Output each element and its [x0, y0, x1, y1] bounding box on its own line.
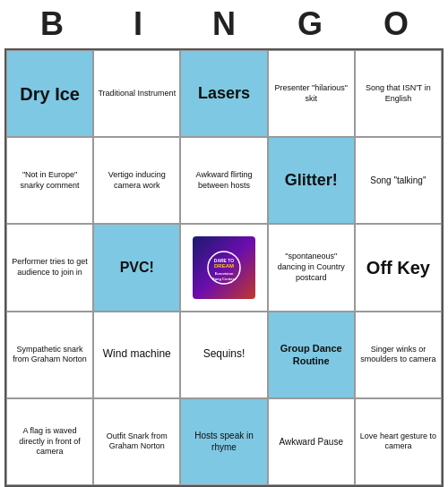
cell-r2-c0[interactable]: Performer tries to get audience to join … [6, 224, 93, 311]
cell-r3-c2[interactable]: Sequins! [180, 312, 267, 398]
cell-r0-c2[interactable]: Lasers [180, 50, 267, 137]
cell-r4-c2[interactable]: Hosts speak in rhyme [180, 398, 267, 485]
cell-r2-c3[interactable]: "spontaneous" dancing in Country postcar… [268, 224, 355, 311]
svg-text:Song Contest: Song Contest [212, 277, 237, 281]
cell-r2-c1[interactable]: PVC! [93, 224, 180, 311]
letter-g: G [274, 5, 346, 43]
cell-r4-c3[interactable]: Awkward Pause [268, 398, 355, 485]
cell-r0-c1[interactable]: Traditional Instrument [93, 50, 180, 137]
svg-text:DREAM: DREAM [214, 263, 234, 269]
cell-r1-c0[interactable]: "Not in Europe" snarky comment [6, 137, 93, 224]
svg-text:Eurovision: Eurovision [215, 271, 234, 276]
cell-r3-c3[interactable]: Group Dance Routine [268, 312, 355, 398]
cell-r1-c2[interactable]: Awkward flirting between hosts [180, 137, 267, 224]
letter-i: I [102, 5, 174, 43]
cell-r1-c4[interactable]: Song "talking" [355, 137, 442, 224]
cell-r3-c4[interactable]: Singer winks or smoulders to camera [355, 312, 442, 398]
letter-b: B [16, 5, 88, 43]
cell-r1-c1[interactable]: Vertigo inducing camera work [93, 137, 180, 224]
eurovision-logo: DARE TO DREAM Eurovision Song Contest [193, 236, 255, 299]
cell-r2-c4[interactable]: Off Key [355, 224, 442, 311]
cell-r0-c3[interactable]: Presenter "hilarious" skit [268, 50, 355, 137]
cell-r4-c0[interactable]: A flag is waved directly in front of cam… [6, 398, 93, 485]
cell-r4-c1[interactable]: Outfit Snark from Graham Norton [93, 398, 180, 485]
bingo-title-row: B I N G O [0, 0, 448, 48]
letter-n: N [188, 5, 260, 43]
cell-r4-c4[interactable]: Love heart gesture to camera [355, 398, 442, 485]
cell-r0-c4[interactable]: Song that ISN'T in English [355, 50, 442, 137]
cell-r1-c3[interactable]: Glitter! [268, 137, 355, 224]
letter-o: O [360, 5, 432, 43]
cell-r0-c0[interactable]: Dry Ice [6, 50, 93, 137]
bingo-grid: Dry IceTraditional InstrumentLasersPrese… [4, 48, 444, 487]
cell-r3-c1[interactable]: Wind machine [93, 312, 180, 398]
cell-r2-c2[interactable]: DARE TO DREAM Eurovision Song Contest [180, 224, 267, 311]
cell-r3-c0[interactable]: Sympathetic snark from Graham Norton [6, 312, 93, 398]
